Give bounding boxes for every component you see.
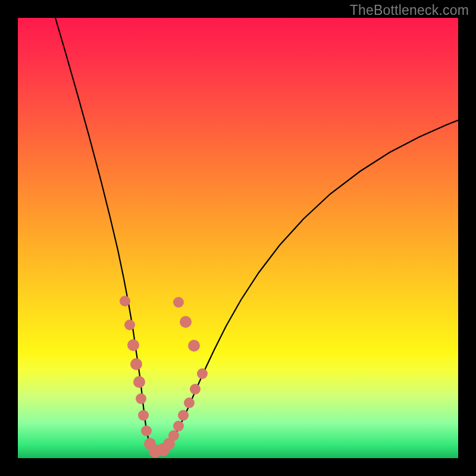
- scatter-dot: [178, 410, 189, 421]
- scatter-dot: [138, 410, 149, 421]
- watermark-text: TheBottleneck.com: [350, 2, 469, 18]
- scatter-dot: [180, 316, 192, 328]
- scatter-dot: [168, 430, 179, 441]
- scatter-dot: [127, 339, 139, 351]
- scatter-dot: [173, 297, 184, 308]
- scatter-dot: [141, 425, 152, 436]
- scatter-dot: [173, 421, 184, 431]
- scatter-dot: [190, 384, 201, 394]
- scatter-dot: [136, 393, 146, 404]
- chart-frame: TheBottleneck.com: [0, 0, 476, 476]
- scatter-dot: [124, 320, 135, 330]
- scatter-dot: [184, 397, 195, 408]
- curve-right-branch: [157, 120, 458, 452]
- plot-area: [18, 18, 458, 458]
- scatter-dot: [120, 296, 130, 306]
- scatter-dots: [120, 296, 208, 458]
- scatter-dot: [130, 358, 142, 370]
- scatter-dot: [133, 376, 145, 388]
- scatter-dot: [188, 340, 200, 352]
- chart-svg: [18, 18, 458, 458]
- scatter-dot: [197, 368, 208, 379]
